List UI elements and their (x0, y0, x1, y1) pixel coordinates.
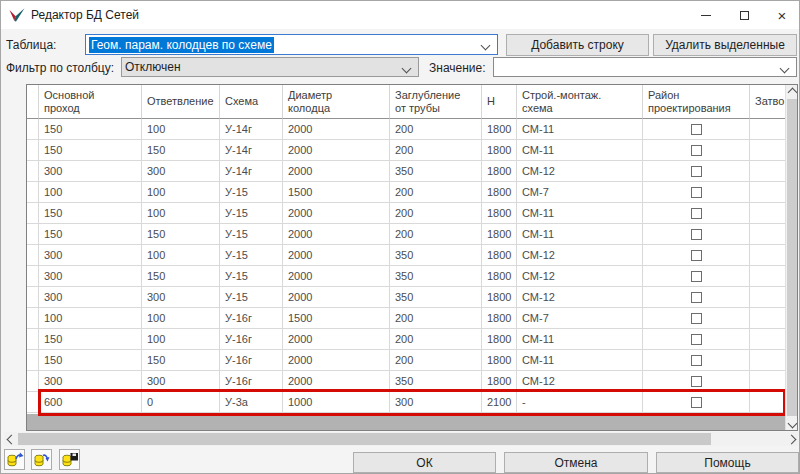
cell[interactable]: 350 (390, 161, 482, 182)
cell[interactable]: 150 (142, 350, 220, 371)
district-checkbox[interactable] (691, 292, 702, 303)
column-header-6[interactable]: Н (482, 85, 517, 119)
row-selector[interactable] (27, 308, 39, 329)
cell[interactable]: СМ-11 (517, 203, 643, 224)
cell[interactable]: 350 (390, 287, 482, 308)
cell[interactable]: У-14г (220, 161, 283, 182)
cell[interactable]: 2000 (283, 203, 390, 224)
table-row[interactable]: 300150У-1520003501800СМ-12 (27, 266, 797, 287)
zatvor-cell[interactable] (750, 371, 786, 392)
cell[interactable]: У-14г (220, 140, 283, 161)
cell[interactable]: У-15 (220, 182, 283, 203)
cell[interactable]: 300 (39, 245, 142, 266)
table-row[interactable]: 300300У-1520003501800СМ-12 (27, 287, 797, 308)
cell[interactable]: У-15 (220, 224, 283, 245)
cell[interactable]: У-16г (220, 350, 283, 371)
horizontal-scrollbar[interactable] (4, 432, 798, 446)
cell[interactable]: СМ-11 (517, 119, 643, 140)
cell[interactable]: 0 (142, 392, 220, 413)
row-selector[interactable] (27, 119, 39, 140)
cell[interactable]: 150 (39, 224, 142, 245)
column-header-3[interactable]: Схема (220, 85, 283, 119)
cell[interactable]: 1800 (482, 140, 517, 161)
cell[interactable]: 2000 (283, 329, 390, 350)
cell[interactable]: 200 (390, 350, 482, 371)
vertical-scrollbar-thumb[interactable] (787, 99, 797, 416)
cell[interactable]: СМ-12 (517, 371, 643, 392)
cell[interactable]: 150 (39, 140, 142, 161)
cell[interactable]: - (517, 392, 643, 413)
cell[interactable]: 600 (39, 392, 142, 413)
cell[interactable]: 150 (39, 203, 142, 224)
scroll-up-button[interactable] (786, 85, 798, 99)
zatvor-cell[interactable] (750, 119, 786, 140)
table-row[interactable]: 6000У-3а10003002100- (27, 392, 797, 413)
cell[interactable]: 300 (142, 371, 220, 392)
district-checkbox[interactable] (691, 124, 702, 135)
ok-button[interactable]: ОК (353, 452, 496, 473)
scroll-right-button[interactable] (784, 432, 798, 446)
table-row[interactable]: 300300У-16г20003501800СМ-12 (27, 371, 797, 392)
scroll-down-button[interactable] (786, 416, 798, 430)
zatvor-cell[interactable] (750, 392, 786, 413)
row-selector[interactable] (27, 329, 39, 350)
column-header-5[interactable]: Заглубление от трубы (390, 85, 482, 119)
zatvor-cell[interactable] (750, 350, 786, 371)
cell[interactable]: 100 (142, 308, 220, 329)
minimize-button[interactable] (689, 1, 723, 29)
value-combobox[interactable] (493, 57, 797, 77)
cell[interactable]: СМ-7 (517, 182, 643, 203)
district-checkbox[interactable] (691, 355, 702, 366)
cell[interactable]: 2000 (283, 140, 390, 161)
cell[interactable]: У-15 (220, 203, 283, 224)
table-row[interactable]: 150100У-14г20002001800СМ-11 (27, 119, 797, 140)
maximize-button[interactable] (727, 1, 761, 29)
column-header-0[interactable] (27, 85, 39, 119)
district-checkbox[interactable] (691, 376, 702, 387)
filter-combobox[interactable]: Отключен (121, 57, 419, 77)
cell[interactable]: 200 (390, 224, 482, 245)
cell[interactable]: 200 (390, 140, 482, 161)
cell[interactable]: 200 (390, 308, 482, 329)
cell[interactable]: 100 (142, 329, 220, 350)
cell[interactable]: 100 (142, 245, 220, 266)
cell[interactable]: 2000 (283, 245, 390, 266)
db-redo-button[interactable] (31, 449, 52, 470)
district-checkbox[interactable] (691, 334, 702, 345)
district-checkbox[interactable] (691, 229, 702, 240)
row-selector[interactable] (27, 161, 39, 182)
zatvor-cell[interactable] (750, 203, 786, 224)
zatvor-cell[interactable] (750, 140, 786, 161)
zatvor-cell[interactable] (750, 245, 786, 266)
cell[interactable]: У-14г (220, 119, 283, 140)
cell[interactable]: 300 (390, 392, 482, 413)
cell[interactable]: 150 (142, 266, 220, 287)
column-header-2[interactable]: Ответвление (142, 85, 220, 119)
cell[interactable]: 300 (39, 161, 142, 182)
cell[interactable]: СМ-12 (517, 287, 643, 308)
cell[interactable]: 200 (390, 203, 482, 224)
scroll-left-button[interactable] (4, 432, 18, 446)
table-row[interactable]: 150150У-16г20002001800СМ-11 (27, 350, 797, 371)
cell[interactable]: 2000 (283, 371, 390, 392)
cell[interactable]: 350 (390, 371, 482, 392)
cell[interactable]: СМ-7 (517, 308, 643, 329)
cell[interactable]: 100 (39, 308, 142, 329)
row-selector[interactable] (27, 287, 39, 308)
db-save-button[interactable] (59, 449, 80, 470)
zatvor-cell[interactable] (750, 308, 786, 329)
cell[interactable]: СМ-11 (517, 224, 643, 245)
district-checkbox[interactable] (691, 271, 702, 282)
cell[interactable]: 1800 (482, 119, 517, 140)
cell[interactable]: 300 (142, 287, 220, 308)
cell[interactable]: 100 (142, 182, 220, 203)
cell[interactable]: СМ-11 (517, 329, 643, 350)
row-selector[interactable] (27, 224, 39, 245)
cell[interactable]: СМ-12 (517, 266, 643, 287)
cell[interactable]: СМ-11 (517, 350, 643, 371)
cell[interactable]: 1800 (482, 224, 517, 245)
cell[interactable]: 150 (142, 140, 220, 161)
cell[interactable]: 1800 (482, 371, 517, 392)
column-header-7[interactable]: Строй.-монтаж. схема (517, 85, 643, 119)
table-row[interactable]: 300300У-14г20003501800СМ-12 (27, 161, 797, 182)
